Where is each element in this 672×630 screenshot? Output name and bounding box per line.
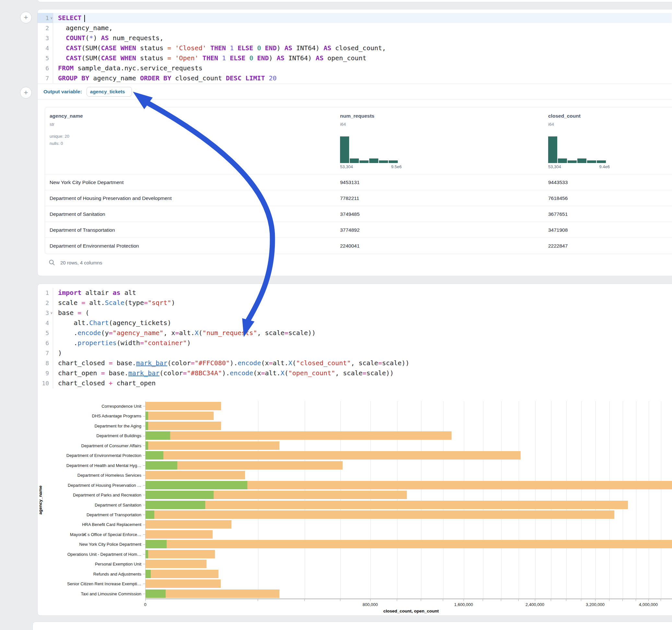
y-axis-label: HRA Benefit Card Replacement xyxy=(49,519,141,530)
open-count-bar[interactable] xyxy=(146,510,154,519)
x-axis-title: closed_count, open_count xyxy=(145,609,672,613)
code-text: COUNT(*) AS num_requests, xyxy=(53,33,672,43)
code-line[interactable]: 6 .properties(width="container") xyxy=(38,338,672,348)
open-count-bar[interactable] xyxy=(146,451,163,460)
code-line[interactable]: 7) xyxy=(38,348,672,358)
add-cell-button-top[interactable]: + xyxy=(20,12,32,23)
code-line[interactable]: 5 .encode(y="agency_name", x=alt.X("num_… xyxy=(38,328,672,338)
open-count-bar[interactable] xyxy=(146,540,167,548)
gridline xyxy=(661,401,661,599)
output-variable-pill[interactable]: agency_tickets xyxy=(87,87,132,97)
y-tick-mark xyxy=(143,515,145,515)
x-tick-mark xyxy=(595,599,596,601)
open-count-bar[interactable] xyxy=(146,589,166,598)
cell-agency-name: Department of Housing Preservation and D… xyxy=(50,190,172,206)
histogram-bar xyxy=(379,161,388,163)
search-icon[interactable] xyxy=(49,259,55,266)
open-count-bar[interactable] xyxy=(146,441,148,450)
closed-count-bar[interactable] xyxy=(146,402,221,410)
code-line[interactable]: 3 COUNT(*) AS num_requests, xyxy=(38,33,672,43)
code-line[interactable]: 7GROUP BY agency_name ORDER BY closed_co… xyxy=(38,73,672,83)
cell-num-requests: 3774892 xyxy=(340,222,360,238)
notebook-page: { "colors": { "closed_bar": "#F7C382", "… xyxy=(0,0,672,630)
closed-count-bar[interactable] xyxy=(146,501,628,509)
code-line[interactable]: 3∨base = ( xyxy=(38,308,672,318)
closed-count-bar[interactable] xyxy=(146,520,232,529)
code-line[interactable]: 6FROM sample_data.nyc.service_requests xyxy=(38,63,672,73)
table-footer: 20 rows, 4 columns xyxy=(49,259,102,266)
code-line[interactable]: 4 alt.Chart(agency_tickets) xyxy=(38,318,672,328)
code-line[interactable]: 2scale = alt.Scale(type="sqrt") xyxy=(38,298,672,308)
closed-count-bar[interactable] xyxy=(146,560,207,568)
closed-count-bar[interactable] xyxy=(146,451,521,460)
code-text: base = ( xyxy=(53,308,672,318)
code-text: CAST(SUM(CASE WHEN status = 'Open' THEN … xyxy=(53,53,672,63)
open-count-bar[interactable] xyxy=(146,481,247,489)
code-line[interactable]: 2 agency_name, xyxy=(38,23,672,33)
closed-count-bar[interactable] xyxy=(146,412,214,420)
code-line[interactable]: 9chart_open = base.mark_bar(color="#8BC3… xyxy=(38,368,672,378)
python-code-editor[interactable]: 1import altair as alt2scale = alt.Scale(… xyxy=(38,288,672,388)
x-tick-mark xyxy=(258,599,258,601)
y-axis-label: Department of Health and Mental Hyg… xyxy=(49,461,141,470)
table-row[interactable]: New York City Police Department945313194… xyxy=(45,174,672,190)
closed-count-bar[interactable] xyxy=(146,441,280,450)
histogram-bar xyxy=(568,161,577,163)
table-row[interactable]: Department of Sanitation37494853677651 xyxy=(45,206,672,222)
y-axis-label: Department of Environmental Protection xyxy=(49,451,141,461)
add-cell-button-middle[interactable]: + xyxy=(20,87,32,98)
gridline xyxy=(370,401,371,599)
x-tick-mark xyxy=(421,599,421,601)
y-tick-mark xyxy=(143,485,145,485)
closed-count-bar[interactable] xyxy=(146,579,221,588)
closed-count-bar[interactable] xyxy=(146,431,452,440)
code-line[interactable]: 1import altair as alt xyxy=(38,288,672,298)
open-count-bar[interactable] xyxy=(146,431,170,440)
table-row[interactable]: Department of Housing Preservation and D… xyxy=(45,190,672,206)
code-text: chart_closed = base.mark_bar(color="#FFC… xyxy=(53,358,672,368)
open-count-bar[interactable] xyxy=(146,412,148,420)
closed-count-bar[interactable] xyxy=(146,510,614,519)
y-axis-label: Department of Housing Preservation … xyxy=(49,480,141,490)
x-tick-mark xyxy=(145,599,146,601)
code-line[interactable]: 4 CAST(SUM(CASE WHEN status = 'Closed' T… xyxy=(38,43,672,53)
closed-count-bar[interactable] xyxy=(146,471,245,479)
column-header-num-requests[interactable]: num_requests xyxy=(340,113,375,119)
gridline xyxy=(649,401,649,599)
table-row[interactable]: Department of Environmental Protection22… xyxy=(45,238,672,254)
code-line[interactable]: 8chart_closed = base.mark_bar(color="#FF… xyxy=(38,358,672,368)
line-number: 2 xyxy=(38,23,53,33)
open-count-bar[interactable] xyxy=(146,461,177,469)
x-tick-mark xyxy=(551,599,551,601)
column-header-closed-count[interactable]: closed_count xyxy=(548,113,581,119)
code-line[interactable]: 10chart_closed + chart_open xyxy=(38,378,672,388)
collapse-caret-icon[interactable]: ∨ xyxy=(50,308,52,318)
open-count-bar[interactable] xyxy=(146,421,148,430)
open-count-bar[interactable] xyxy=(146,501,205,509)
code-line[interactable]: 5 CAST(SUM(CASE WHEN status = 'Open' THE… xyxy=(38,53,672,63)
closed-count-bar[interactable] xyxy=(146,570,218,578)
closed-count-bar[interactable] xyxy=(146,530,213,539)
y-tick-mark xyxy=(143,594,145,594)
closed-count-bar[interactable] xyxy=(146,421,221,430)
code-line[interactable]: 1∨SELECT xyxy=(38,13,672,23)
output-variable-label: Output variable: xyxy=(44,89,82,95)
x-axis-label: 1,600,000 xyxy=(454,602,473,607)
open-count-bar[interactable] xyxy=(146,570,151,578)
open-count-bar[interactable] xyxy=(146,491,214,499)
closed-count-bar[interactable] xyxy=(146,540,672,548)
y-axis-label: Personal Exemption Unit xyxy=(49,559,141,569)
x-tick-mark xyxy=(483,599,483,601)
x-tick-mark xyxy=(340,599,340,601)
collapse-caret-icon[interactable]: ∨ xyxy=(50,13,52,23)
table-row[interactable]: Department of Transportation377489234719… xyxy=(45,222,672,238)
open-count-bar[interactable] xyxy=(146,550,148,558)
closed-count-bar[interactable] xyxy=(146,550,215,558)
y-tick-mark xyxy=(143,574,145,574)
x-tick-mark xyxy=(443,599,443,601)
x-tick-mark xyxy=(463,599,464,601)
y-axis-label: Department of Buildings xyxy=(49,431,141,441)
sql-code-editor[interactable]: 1∨SELECT2 agency_name,3 COUNT(*) AS num_… xyxy=(38,13,672,83)
column-header-agency-name[interactable]: agency_name xyxy=(50,113,83,119)
line-number: 5 xyxy=(38,328,53,338)
